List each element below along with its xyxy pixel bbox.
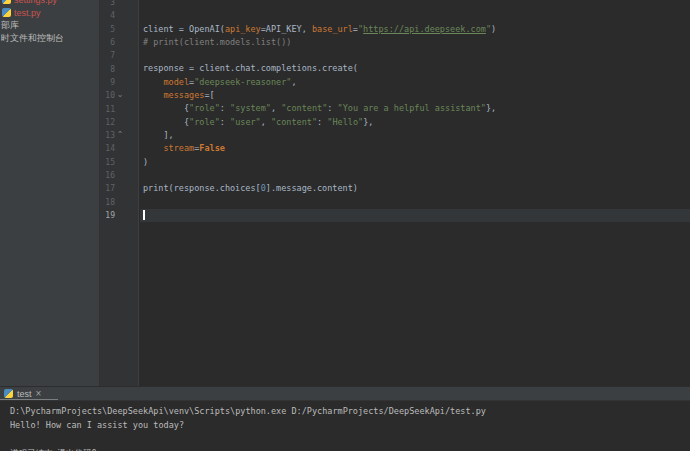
code-token: ], [143, 130, 174, 140]
python-file-icon [2, 8, 11, 17]
code-token: , [291, 77, 296, 87]
editor-line[interactable]: 19 [100, 209, 690, 222]
console-line: 进程已结束,退出代码0 [10, 446, 690, 451]
line-number: 11 [105, 105, 115, 114]
line-number: 17 [105, 184, 115, 193]
editor-line[interactable]: 8response = client.chat.completions.crea… [100, 62, 690, 75]
tree-item[interactable]: 时文件和控制台 [0, 32, 99, 45]
gutter-cell[interactable]: 8 [100, 62, 140, 75]
editor-line[interactable]: 6# print(client.models.list()) [100, 36, 690, 49]
line-number: 10 [105, 91, 115, 100]
gutter-cell[interactable]: 17 [100, 182, 140, 195]
tree-item-label: settings.py [14, 0, 57, 5]
code-line[interactable] [140, 49, 690, 62]
line-number: 3 [110, 0, 115, 7]
editor-line[interactable]: 17print(response.choices[0].message.cont… [100, 182, 690, 195]
editor-line[interactable]: 13⌃ ], [100, 129, 690, 142]
project-tree-panel: settings.pytest.py部库时文件和控制台 [0, 0, 100, 387]
gutter-cell[interactable]: 13⌃ [100, 129, 140, 142]
code-line[interactable]: ], [140, 129, 690, 142]
code-line[interactable]: response = client.chat.completions.creat… [140, 62, 690, 75]
code-line[interactable]: # print(client.models.list()) [140, 36, 690, 49]
fold-open-icon[interactable]: ⌄ [115, 89, 125, 102]
code-line[interactable]: {"role": "system", "content": "You are a… [140, 102, 690, 115]
gutter-cell[interactable]: 16 [100, 169, 140, 182]
python-file-icon [2, 0, 11, 4]
code-editor[interactable]: 345client = OpenAI(api_key=API_KEY, base… [100, 0, 690, 387]
code-line[interactable] [140, 209, 690, 222]
code-token: { [143, 103, 189, 113]
editor-line[interactable]: 11 {"role": "system", "content": "You ar… [100, 102, 690, 115]
code-token: model [163, 77, 189, 87]
console-line: Hello! How can I assist you today? [10, 418, 690, 432]
pycharm-window: settings.pytest.py部库时文件和控制台 345client = … [0, 0, 690, 451]
tree-item[interactable]: test.py [0, 6, 99, 19]
gutter-cell[interactable]: 4 [100, 9, 140, 22]
run-tool-window: test × D:\PycharmProjects\DeepSeekApi\ve… [0, 386, 690, 451]
code-line[interactable]: print(response.choices[0].message.conten… [140, 182, 690, 195]
run-tab-label: test [17, 389, 32, 399]
gutter-cell[interactable]: 5 [100, 23, 140, 36]
code-token: response = client.chat.completions.creat… [143, 63, 358, 73]
gutter-cell[interactable]: 19 [100, 209, 140, 222]
code-line[interactable]: {"role": "user", "content": "Hello"}, [140, 116, 690, 129]
line-number: 6 [110, 38, 115, 47]
gutter-cell[interactable]: 18 [100, 195, 140, 208]
code-token: }, [486, 103, 496, 113]
line-number: 5 [110, 25, 115, 34]
code-token: : [317, 117, 327, 127]
code-token: "deepseek-reasoner" [194, 77, 291, 87]
tree-item-label: 部库 [1, 19, 19, 32]
console-line: D:\PycharmProjects\DeepSeekApi\venv\Scri… [10, 404, 690, 418]
gutter-cell[interactable]: 12 [100, 116, 140, 129]
gutter-cell[interactable]: 7 [100, 49, 140, 62]
code-line[interactable]: stream=False [140, 142, 690, 155]
line-number: 8 [110, 65, 115, 74]
fold-close-icon[interactable]: ⌃ [115, 129, 125, 142]
code-line[interactable] [140, 9, 690, 22]
code-line[interactable]: model="deepseek-reasoner", [140, 76, 690, 89]
editor-line[interactable]: 16 [100, 169, 690, 182]
code-line[interactable] [140, 0, 690, 9]
close-icon[interactable]: × [36, 389, 42, 398]
code-token: stream [163, 143, 194, 153]
code-token: # print(client.models.list()) [143, 37, 291, 47]
code-token: "role" [189, 117, 220, 127]
code-token: =API_KEY, [261, 24, 312, 34]
gutter-cell[interactable]: 9 [100, 76, 140, 89]
code-token: , [271, 103, 281, 113]
editor-line[interactable]: 5client = OpenAI(api_key=API_KEY, base_u… [100, 23, 690, 36]
code-token: ) [143, 157, 148, 167]
editor-lines: 345client = OpenAI(api_key=API_KEY, base… [100, 0, 690, 222]
gutter-cell[interactable]: 11 [100, 102, 140, 115]
code-token: "content" [271, 117, 317, 127]
code-token: =[ [204, 90, 214, 100]
tree-item[interactable]: 部库 [0, 19, 99, 32]
line-number: 13 [105, 131, 115, 140]
editor-line[interactable]: 12 {"role": "user", "content": "Hello"}, [100, 116, 690, 129]
text-caret [143, 210, 145, 220]
editor-line[interactable]: 15) [100, 156, 690, 169]
code-token: "Hello" [327, 117, 363, 127]
editor-line[interactable]: 10⌄ messages=[ [100, 89, 690, 102]
code-line[interactable]: messages=[ [140, 89, 690, 102]
gutter-cell[interactable]: 14 [100, 142, 140, 155]
editor-line[interactable]: 3 [100, 0, 690, 9]
active-tab-indicator [0, 399, 58, 400]
editor-line[interactable]: 7 [100, 49, 690, 62]
gutter-cell[interactable]: 6 [100, 36, 140, 49]
code-token: ) [491, 24, 496, 34]
code-line[interactable] [140, 169, 690, 182]
editor-line[interactable]: 4 [100, 9, 690, 22]
gutter-cell[interactable]: 10⌄ [100, 89, 140, 102]
code-token: , [261, 117, 271, 127]
editor-line[interactable]: 9 model="deepseek-reasoner", [100, 76, 690, 89]
code-line[interactable] [140, 195, 690, 208]
code-line[interactable]: client = OpenAI(api_key=API_KEY, base_ur… [140, 23, 690, 36]
code-line[interactable]: ) [140, 156, 690, 169]
editor-line[interactable]: 14 stream=False [100, 142, 690, 155]
gutter-cell[interactable]: 15 [100, 156, 140, 169]
code-token: }, [363, 117, 373, 127]
gutter-cell[interactable]: 3 [100, 0, 140, 9]
editor-line[interactable]: 18 [100, 195, 690, 208]
